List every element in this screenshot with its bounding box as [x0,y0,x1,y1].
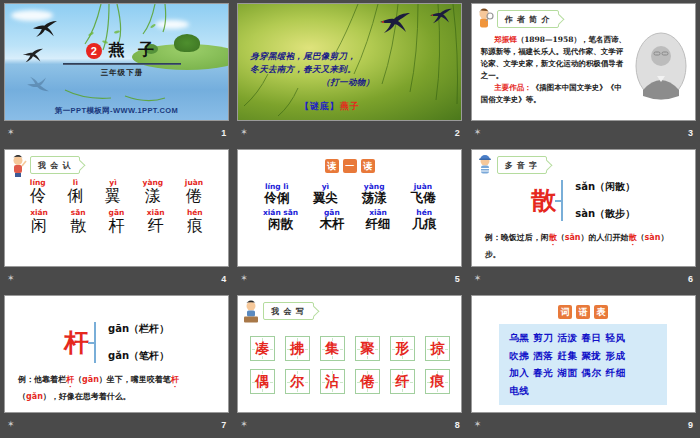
word-text: 木杆 [319,217,344,231]
tianzige-box: 形 [390,336,415,361]
animation-indicator-icon[interactable]: ✶ [474,420,482,429]
hanzi-item: hén痕 [187,208,203,235]
animation-indicator-icon[interactable]: ✶ [7,128,15,137]
slide-cell-1: 2 燕 子 三年级下册 第一PPT模板网-WWW.1PPT.COM ✶ 1 [0,0,233,146]
word-text: 翼尖 [313,191,338,205]
read-word-grid: líng lì伶俐 yì翼尖 yàng荡漾 juàn飞倦 xián sǎn闲散 … [238,182,461,235]
example-text: （ [18,391,26,401]
write-char: 倦 [360,373,374,391]
word-list-panel: 乌黑 剪刀 活泼 春日 轻风 吹拂 洒落 赶集 聚拢 形成 加入 春光 湖面 偶… [499,324,667,405]
title-char-box: 一 [343,159,357,173]
lesson-number-badge: 2 [86,43,102,59]
example-sentence: 例：晚饭过后，闲散（sǎn）的人们开始散（sàn）步。 [485,230,682,261]
section-header: 多 音 字 [497,156,547,174]
reading-text: gān（栏杆） [108,323,169,334]
riddle-line: 冬天去南方，春天又来到。 [250,63,380,76]
word-list-line: 乌黑 剪刀 活泼 春日 轻风 [509,329,657,347]
mascot-boy-icon [9,154,28,178]
riddle-line: （打一动物） [250,76,380,89]
riddle-line: 身穿黑缎袍，尾巴像剪刀， [250,50,380,63]
slide-thumbnail-2[interactable]: 身穿黑缎袍，尾巴像剪刀， 冬天去南方，春天又来到。 （打一动物） 【谜底】燕子 [237,3,462,121]
author-name: 郑振铎 [494,35,517,44]
slide-thumbnail-8[interactable]: 我 会 写 凑 拂 集 聚 形 掠 偶 尔 沾 倦 纤 痕 [237,295,462,413]
highlight-char: 散 [629,232,637,242]
word-list-title: 词 语 表 [472,296,695,319]
hanzi-char: 倦 [185,187,203,205]
riddle-text: 身穿黑缎袍，尾巴像剪刀， 冬天去南方，春天又来到。 （打一动物） [250,50,380,90]
word-text: 几痕 [412,217,437,231]
tianzige-box: 偶 [250,369,275,394]
word-item: yàng荡漾 [362,182,387,205]
word-item: juàn飞倦 [410,182,435,205]
author-portrait-photo [635,32,687,100]
tianzige-box: 拂 [285,336,310,361]
recognize-char-grid: líng伶 lì俐 yì翼 yàng漾 juàn倦 xián闲 sǎn散 gān… [5,178,228,239]
write-char: 拂 [290,340,304,358]
hanzi-char: 痕 [187,217,203,235]
slide-thumbnail-5[interactable]: 读 一 读 líng lì伶俐 yì翼尖 yàng荡漾 juàn飞倦 xián … [237,149,462,267]
thumbnail-footer: ✶ 3 [471,121,696,144]
tianzige-box: 痕 [425,369,450,394]
highlight-char: 杆 [171,374,179,384]
polyphone-char: 杆 [64,330,89,355]
slide-thumbnail-9[interactable]: 词 语 表 乌黑 剪刀 活泼 春日 轻风 吹拂 洒落 赶集 聚拢 形成 加入 春… [471,295,696,413]
example-sentence: 例：他靠着栏杆（gān）坐下，嘴里咬着笔杆（gǎn），好像在思考着什么。 [18,372,215,404]
animation-indicator-icon[interactable]: ✶ [7,420,15,429]
word-item: hén几痕 [412,208,437,231]
answer-label: 【谜底】 [300,101,340,111]
works-label: 主要作品： [494,83,532,92]
slide-thumbnail-7[interactable]: 杆 gān（栏杆） gǎn（笔杆） 例：他靠着栏杆（gān）坐下，嘴里咬着笔杆（… [4,295,229,413]
title-char-box: 语 [576,305,590,319]
hanzi-item: xián闲 [30,208,48,235]
highlight-char: 杆 [66,374,74,384]
slide-thumbnail-3[interactable]: 作 者 简 介 郑振铎（1898—1958），笔名西谛、郭源新等，福建长乐人。现… [471,3,696,121]
slide-thumbnail-6[interactable]: 多 音 字 散 sǎn（闲散） sàn（散步） 例：晚饭过后，闲散（sǎn）的人… [471,149,696,267]
slide-thumbnail-1[interactable]: 2 燕 子 三年级下册 第一PPT模板网-WWW.1PPT.COM [4,3,229,121]
animation-indicator-icon[interactable]: ✶ [474,128,482,137]
highlight-char: 散 [549,232,557,242]
thumbnail-footer: ✶ 9 [471,413,696,436]
tianzige-box: 凑 [250,336,275,361]
swallow-reflection-icon [27,76,49,92]
tianzige-row: 偶 尔 沾 倦 纤 痕 [238,369,461,394]
write-char: 聚 [360,340,374,358]
section-header: 我 会 认 [30,156,80,174]
slide-cell-3: 作 者 简 介 郑振铎（1898—1958），笔名西谛、郭源新等，福建长乐人。现… [467,0,700,146]
hanzi-char: 散 [70,217,86,235]
animation-indicator-icon[interactable]: ✶ [240,128,248,137]
slide-cell-9: 词 语 表 乌黑 剪刀 活泼 春日 轻风 吹拂 洒落 赶集 聚拢 形成 加入 春… [467,292,700,438]
hanzi-char: 翼 [105,187,121,205]
slide-number: 1 [221,128,226,138]
word-text: 飞倦 [410,191,435,205]
word-list-line: 电线 [509,382,657,400]
thumbnail-footer: ✶ 5 [237,267,462,290]
write-char: 偶 [255,373,269,391]
swallow-icon [380,12,410,34]
watermark-text: 第一PPT模板网-WWW.1PPT.COM [5,106,228,116]
slide-thumbnail-4[interactable]: 我 会 认 líng伶 lì俐 yì翼 yàng漾 juàn倦 xián闲 sǎ… [4,149,229,267]
word-item: yì翼尖 [313,182,338,205]
hanzi-item: lì俐 [67,178,83,205]
animation-indicator-icon[interactable]: ✶ [474,274,482,283]
polyphone-diagram: 杆 gān（栏杆） gǎn（笔杆） [5,322,228,363]
works-paragraph: 主要作品：《插图本中国文学史》《中国俗文学史》等。 [481,82,627,106]
word-item: xián sǎn闲散 [263,208,298,231]
write-char: 掠 [430,340,444,358]
mascot-writing-kid-icon [242,300,261,324]
animation-indicator-icon[interactable]: ✶ [7,274,15,283]
write-char: 痕 [430,373,444,391]
word-item: líng lì伶俐 [264,182,289,205]
animation-indicator-icon[interactable]: ✶ [240,274,248,283]
word-row: líng lì伶俐 yì翼尖 yàng荡漾 juàn飞倦 [238,182,461,205]
example-text: ）坐下，嘴里咬着笔 [99,374,171,384]
animation-indicator-icon[interactable]: ✶ [240,420,248,429]
reading-text: sǎn（闲散） [575,181,635,192]
section-header: 作 者 简 介 [497,10,560,28]
reading-option: gǎn（笔杆） [108,349,169,363]
hanzi-item: líng伶 [30,178,46,205]
hanzi-char: 闲 [30,217,48,235]
write-char: 集 [325,340,339,358]
word-text: 荡漾 [362,191,387,205]
write-char: 纤 [395,373,409,391]
hanzi-char: 纤 [147,217,165,235]
